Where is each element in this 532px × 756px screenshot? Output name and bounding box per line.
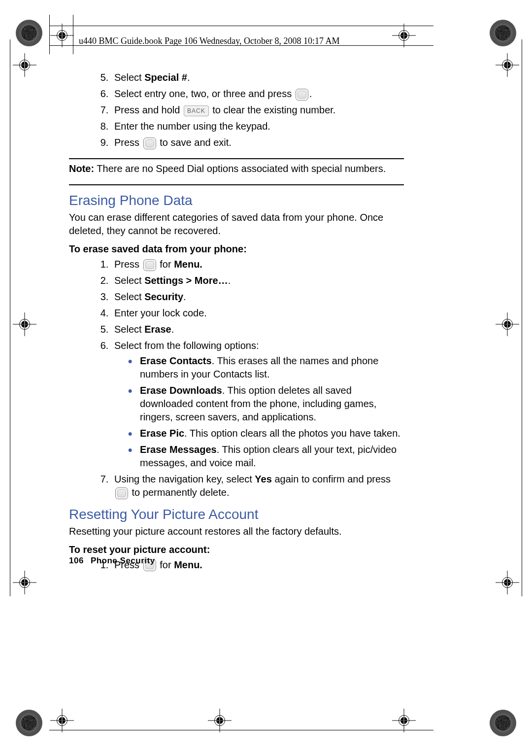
list-item: Erase Messages. This option clears all y… xyxy=(128,443,404,470)
registration-mark xyxy=(500,317,514,331)
divider xyxy=(69,184,404,185)
registration-mark xyxy=(213,714,227,727)
sub-heading: To reset your picture account: xyxy=(69,543,404,556)
divider xyxy=(69,158,404,159)
steps-list-top: Select Special #. Select entry one, two,… xyxy=(69,71,404,149)
menu-ok-key-icon xyxy=(296,89,308,101)
list-item: Erase Contacts. This erases all the name… xyxy=(128,354,404,381)
crop-line xyxy=(10,39,10,596)
registration-mark xyxy=(500,576,514,589)
sub-heading: To erase saved data from your phone: xyxy=(69,242,404,256)
menu-ok-key-icon xyxy=(143,137,156,149)
registration-mark xyxy=(18,576,32,589)
page-number: 106 xyxy=(69,556,84,565)
list-item: Using the navigation key, select Yes aga… xyxy=(111,473,404,499)
crop-circle xyxy=(16,20,42,46)
registration-mark xyxy=(397,29,411,42)
menu-ok-key-icon xyxy=(143,259,156,271)
section-name: Phone Security xyxy=(91,556,155,565)
crop-circle xyxy=(16,710,42,736)
list-item: Press for Menu. xyxy=(111,258,404,271)
crop-circle xyxy=(490,710,516,736)
crop-line xyxy=(49,26,433,26)
crop-line xyxy=(49,730,433,730)
section-heading-reset: Resetting Your Picture Account xyxy=(69,505,404,524)
registration-mark xyxy=(397,714,411,727)
list-item: Select Settings > More…. xyxy=(111,274,404,287)
list-item: Erase Pic. This option clears all the ph… xyxy=(128,427,404,440)
note-text: Note: There are no Speed Dial options as… xyxy=(69,162,404,175)
list-item: Select entry one, two, or three and pres… xyxy=(111,87,404,101)
registration-mark xyxy=(18,317,32,331)
list-item: Enter the number using the keypad. xyxy=(111,120,404,133)
crop-circle xyxy=(490,20,516,46)
list-item: Select Erase. xyxy=(111,323,404,336)
list-item: Select from the following options: Erase… xyxy=(111,339,404,470)
crop-line xyxy=(73,15,73,54)
registration-mark xyxy=(500,58,514,72)
list-item: Select Security. xyxy=(111,290,404,304)
list-item: Select Special #. xyxy=(111,71,404,84)
page-footer: 106Phone Security xyxy=(69,556,155,566)
paragraph: Resetting your picture account restores … xyxy=(69,525,404,538)
page-header: u440 BMC Guide.book Page 106 Wednesday, … xyxy=(79,36,340,46)
registration-mark xyxy=(18,58,32,72)
registration-mark xyxy=(55,29,69,42)
list-item: Press to save and exit. xyxy=(111,136,404,149)
registration-mark xyxy=(55,714,69,727)
list-item: Enter your lock code. xyxy=(111,307,404,320)
crop-line xyxy=(49,15,50,54)
paragraph: You can erase different categories of sa… xyxy=(69,211,404,238)
list-item: Erase Downloads. This option deletes all… xyxy=(128,384,404,424)
list-item: Press for Menu. xyxy=(111,558,404,572)
page-content: Select Special #. Select entry one, two,… xyxy=(69,69,404,575)
section-heading-erase: Erasing Phone Data xyxy=(69,191,404,210)
back-key-icon: BACK xyxy=(184,105,209,116)
crop-line xyxy=(522,39,522,596)
list-item: Press and hold BACK to clear the existin… xyxy=(111,103,404,117)
menu-ok-key-icon xyxy=(115,487,128,499)
steps-list-erase: Press for Menu. Select Settings > More….… xyxy=(69,258,404,499)
options-list: Erase Contacts. This erases all the name… xyxy=(114,354,404,470)
